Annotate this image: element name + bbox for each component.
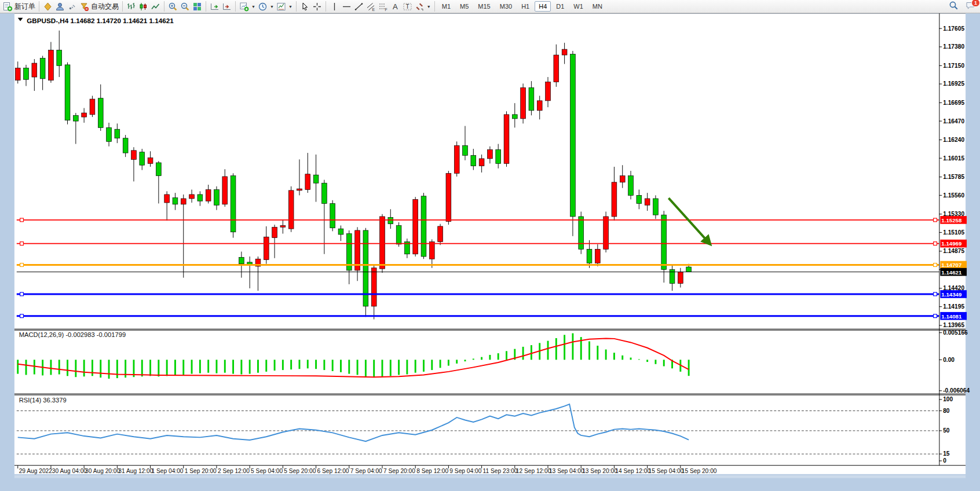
toolbar-button-label: 新订单 bbox=[14, 2, 35, 12]
chevron-down-icon: ▼ bbox=[251, 5, 255, 9]
timeframe-d1[interactable]: D1 bbox=[552, 1, 568, 12]
chevron-down-icon: ▼ bbox=[288, 5, 292, 9]
time-tick-label: 30 Aug 20:00 bbox=[85, 468, 120, 474]
toolbar-button-cursor[interactable] bbox=[299, 1, 311, 12]
candle-body bbox=[446, 173, 451, 221]
macd-header: MACD(12,26,9) -0.002983 -0.001799 bbox=[19, 331, 126, 338]
toolbar-button-signal[interactable] bbox=[66, 1, 78, 12]
toolbar-separator bbox=[235, 1, 236, 12]
timeframe-h4[interactable]: H4 bbox=[535, 1, 551, 12]
hline-handle[interactable] bbox=[20, 314, 24, 318]
trendline-icon bbox=[354, 2, 364, 12]
toolbar-button-auto-scroll[interactable] bbox=[209, 1, 221, 12]
toolbar-button-hline[interactable] bbox=[341, 1, 353, 12]
main-toolbar: 新订单自动交易▼▼▼EFAT▼M1M5M15M30H1H4D1W1MN 1 bbox=[0, 0, 980, 13]
candle-body bbox=[288, 190, 294, 229]
zoom-out-icon bbox=[180, 2, 190, 12]
chart-area[interactable]: 1.176051.173801.171501.169251.166951.164… bbox=[0, 13, 980, 491]
timeframe-m15[interactable]: M15 bbox=[474, 1, 494, 12]
search-icon[interactable] bbox=[949, 1, 959, 13]
toolbar-button-zoom-in[interactable] bbox=[167, 1, 179, 12]
hline-handle[interactable] bbox=[934, 263, 937, 267]
timeframe-mn[interactable]: MN bbox=[588, 1, 606, 12]
chevron-down-icon: ▼ bbox=[270, 5, 274, 9]
timeframe-h1[interactable]: H1 bbox=[517, 1, 533, 12]
candle-body bbox=[421, 196, 426, 257]
chat-icon[interactable]: 1 bbox=[966, 1, 975, 13]
candle-body bbox=[620, 176, 625, 182]
toolbar-button-crosshair[interactable] bbox=[311, 1, 323, 12]
candle-body bbox=[429, 242, 434, 259]
hline-handle[interactable] bbox=[934, 314, 937, 318]
candle-body bbox=[554, 55, 559, 82]
new-order-icon bbox=[3, 2, 13, 12]
hline-handle[interactable] bbox=[20, 242, 24, 246]
rsi-axis-label: 80 bbox=[943, 408, 950, 414]
price-tick-label: 1.17150 bbox=[943, 63, 964, 69]
toolbar-button-line-chart[interactable] bbox=[149, 1, 162, 12]
hline-handle[interactable] bbox=[934, 292, 937, 296]
hline-handle[interactable] bbox=[20, 292, 24, 296]
arrows-icon bbox=[415, 2, 425, 12]
toolbar-button-period[interactable]: ▼ bbox=[257, 1, 275, 12]
toolbar-button-chart-shift[interactable] bbox=[221, 1, 233, 12]
toolbar-button-trendline[interactable] bbox=[353, 1, 365, 12]
candle-body bbox=[579, 217, 584, 249]
toolbar-button-bar-chart[interactable] bbox=[125, 1, 137, 12]
timeframe-m1[interactable]: M1 bbox=[438, 1, 455, 12]
price-tag-label: 1.14707 bbox=[941, 262, 961, 268]
timeframe-m5[interactable]: M5 bbox=[456, 1, 473, 12]
toolbar-button-fibo[interactable]: F bbox=[377, 1, 389, 12]
hline-handle[interactable] bbox=[20, 218, 24, 222]
toolbar-button-tile-windows[interactable] bbox=[191, 1, 203, 12]
candle-body bbox=[454, 145, 459, 173]
toolbar-button-template[interactable]: ▼ bbox=[275, 1, 294, 12]
price-tick-label: 1.16695 bbox=[943, 100, 964, 106]
price-tag-label: 1.14969 bbox=[941, 240, 962, 247]
candle-body bbox=[321, 183, 327, 203]
candle-body bbox=[239, 257, 244, 263]
toolbar-button-vline[interactable] bbox=[328, 1, 341, 12]
candle-body bbox=[115, 129, 120, 138]
toolbar-separator bbox=[164, 1, 164, 12]
toolbar-button-arrows[interactable]: ▼ bbox=[414, 1, 432, 12]
candle-body bbox=[504, 115, 509, 164]
toolbar-button-profile[interactable] bbox=[54, 1, 66, 12]
svg-text:E: E bbox=[372, 7, 375, 11]
toolbar-button-text[interactable]: A bbox=[389, 1, 401, 12]
price-tick-label: 1.15105 bbox=[943, 229, 964, 236]
signal-icon bbox=[67, 2, 77, 12]
toolbar-button-label[interactable]: T bbox=[401, 1, 414, 12]
svg-text:T: T bbox=[405, 3, 409, 10]
toolbar-button-new-chart[interactable]: ▼ bbox=[238, 1, 257, 12]
toolbar-button-channel[interactable]: E bbox=[365, 1, 377, 12]
hline-handle[interactable] bbox=[20, 263, 24, 267]
candle-body bbox=[678, 272, 683, 284]
toolbar-button-market-watch[interactable] bbox=[42, 1, 54, 12]
toolbar-button-autotrade[interactable]: 自动交易 bbox=[78, 1, 120, 12]
time-tick-label: 6 Sep 12:00 bbox=[317, 468, 349, 474]
time-tick-label: 12 Sep 12:00 bbox=[516, 468, 551, 474]
timeframe-w1[interactable]: W1 bbox=[569, 1, 587, 12]
time-tick-label: 11 Sep 23:00 bbox=[483, 468, 518, 474]
time-tick-label: 9 Sep 04:00 bbox=[449, 468, 481, 474]
candle-body bbox=[413, 199, 418, 254]
timeframe-m30[interactable]: M30 bbox=[496, 1, 516, 12]
period-icon bbox=[258, 2, 268, 12]
hline-handle[interactable] bbox=[934, 242, 937, 246]
candle-body bbox=[371, 268, 376, 306]
hline-handle[interactable] bbox=[934, 218, 937, 222]
toolbar-separator bbox=[39, 1, 39, 12]
toolbar-button-candle-chart[interactable] bbox=[137, 1, 149, 12]
time-tick-label: 5 Sep 20:00 bbox=[284, 468, 316, 474]
candle-body bbox=[148, 158, 153, 164]
candle-body bbox=[189, 195, 195, 199]
candle-body bbox=[653, 199, 659, 215]
time-tick-label: 5 Sep 04:00 bbox=[251, 468, 283, 474]
toolbar-separator bbox=[122, 1, 123, 12]
autotrade-icon bbox=[79, 2, 89, 12]
price-tag-label: 1.14081 bbox=[941, 313, 962, 320]
macd-axis-label: 0.00 bbox=[943, 357, 955, 363]
toolbar-button-new-order[interactable]: 新订单 bbox=[2, 1, 36, 12]
toolbar-button-zoom-out[interactable] bbox=[179, 1, 191, 12]
